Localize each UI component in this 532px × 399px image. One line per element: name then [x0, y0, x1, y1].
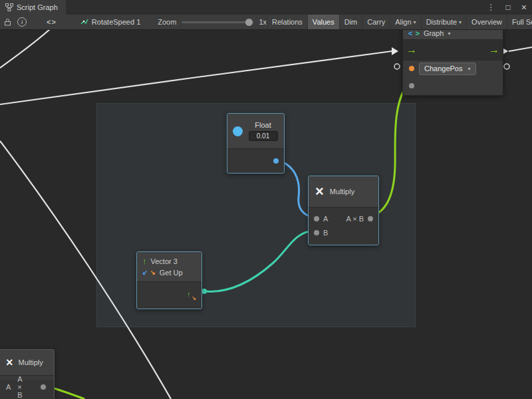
float-type-icon [233, 126, 243, 136]
vector3-value-icon: ↑ ↘ [186, 291, 195, 300]
changepos-dropdown-label: ChangePos [424, 65, 463, 72]
window-menu-icon[interactable]: ⋮ [482, 0, 501, 15]
node-get-up[interactable]: ↑ Vector 3 ↙ ↘ Get Up ↑ ↘ [136, 251, 202, 309]
graph-toolbar: i <> RotateSpeed 1 Zoom 1x Relations Val… [0, 15, 532, 30]
values-button[interactable]: Values [307, 15, 339, 29]
zoom-slider-handle[interactable] [245, 19, 253, 26]
graph-node-header[interactable]: < > Graph ▾ [403, 29, 503, 40]
chevron-down-icon: ▾ [414, 19, 416, 25]
getup-output-port[interactable] [201, 289, 207, 294]
changepos-dropdown[interactable]: ChangePos ▾ [419, 63, 476, 75]
wire-graph-output-offscreen[interactable] [509, 47, 532, 51]
chevron-down-icon: ▾ [448, 31, 450, 37]
wire-offscreen-to-graph-input[interactable] [0, 51, 392, 104]
info-icon[interactable]: i [17, 15, 27, 29]
chevron-down-icon: ▾ [468, 66, 471, 72]
down-left-arrow-icon: ↙ [142, 269, 148, 276]
changepos-input-port[interactable] [409, 66, 414, 71]
unconnected-port-left[interactable] [394, 64, 400, 69]
multiply-node-header[interactable]: × Multiply [309, 176, 378, 207]
unity-script-graph-window: Script Graph ⋮ □ × i <> RotateSpeed 1 Zo… [0, 0, 532, 399]
multiply2-node-title: Multiply [19, 358, 43, 366]
float-node-body [227, 149, 284, 173]
toolbar-buttons: Relations Values Dim Carry Align ▾ Distr… [267, 15, 532, 29]
node-graph-io[interactable]: < > Graph ▾ → → ChangePos ▾ [402, 29, 503, 96]
zoom-slider[interactable] [182, 21, 253, 23]
float-node-header[interactable]: Float 0.01 [227, 114, 284, 149]
graph-node-footer [403, 76, 503, 95]
breadcrumb-label: RotateSpeed 1 [92, 18, 140, 26]
multiply-node-body: A A × B B [309, 207, 378, 245]
float-output-port[interactable] [273, 158, 279, 164]
tab-title: Script Graph [17, 3, 58, 11]
close-icon[interactable]: × [516, 0, 532, 15]
multiply-row-b: B [309, 225, 378, 239]
down-right-arrow-icon: ↘ [150, 269, 155, 276]
multiply-input-b-label: B [323, 229, 328, 237]
multiply-node-title: Multiply [330, 188, 354, 196]
fullscreen-label: Full Screen [512, 18, 532, 26]
node-multiply-partial[interactable]: × Multiply A A × B [0, 349, 55, 399]
maximize-icon[interactable]: □ [501, 0, 516, 15]
unconnected-port-right[interactable] [504, 64, 509, 69]
fullscreen-button[interactable]: Full Screen [507, 15, 532, 29]
chevron-down-icon: ▾ [459, 19, 462, 25]
float-value-input[interactable]: 0.01 [249, 131, 278, 141]
code-view-icon[interactable]: <> [47, 15, 57, 29]
graph-canvas[interactable]: Float 0.01 × Multiply A A × B [0, 29, 532, 399]
dim-label: Dim [344, 18, 358, 26]
info-glyph: i [21, 19, 23, 25]
graph-asset-icon [80, 18, 88, 26]
float-node-title: Float [255, 121, 271, 129]
multiply-input-a-port[interactable] [314, 216, 319, 221]
multiply-output-label: A × B [346, 215, 364, 223]
overview-button[interactable]: Overview [466, 15, 507, 29]
up-arrow-icon: ↑ [142, 257, 147, 265]
node-multiply[interactable]: × Multiply A A × B B [308, 176, 379, 245]
node-float[interactable]: Float 0.01 [227, 113, 285, 174]
carry-button[interactable]: Carry [362, 15, 390, 29]
dim-button[interactable]: Dim [339, 15, 362, 29]
lock-icon[interactable] [4, 15, 11, 29]
tab-script-graph[interactable]: Script Graph [0, 0, 66, 15]
multiply-output-port[interactable] [368, 216, 373, 221]
multiply-icon: × [315, 184, 324, 199]
zoom-label: Zoom [158, 18, 176, 26]
align-label: Align [395, 18, 411, 26]
vs-chevron-right-icon: > [415, 29, 419, 37]
flow-output-arrow-icon[interactable]: → [489, 45, 499, 55]
multiply-input-b-port[interactable] [314, 230, 319, 235]
graph-flow-row: → → [403, 40, 503, 61]
multiply-input-a-label: A [323, 215, 328, 223]
getup-node-body: ↑ ↘ [137, 282, 201, 309]
relations-button[interactable]: Relations [267, 15, 307, 29]
carry-label: Carry [367, 18, 385, 26]
getup-node-title: Vector 3 [151, 257, 178, 265]
align-button[interactable]: Align ▾ [390, 15, 420, 29]
multiply2-input-a-label: A [6, 383, 11, 391]
distribute-label: Distribute [426, 18, 457, 26]
flow-input-arrow-icon[interactable]: → [406, 45, 417, 55]
zoom-value: 1x [259, 18, 267, 26]
relations-label: Relations [272, 18, 303, 26]
getup-node-header[interactable]: ↑ Vector 3 ↙ ↘ Get Up [137, 252, 201, 282]
values-label: Values [313, 18, 334, 26]
wire-offscreen-topleft[interactable] [0, 29, 50, 68]
overview-label: Overview [471, 18, 502, 26]
flow-arrowhead-left [392, 47, 398, 55]
vs-chevron-left-icon: < [408, 29, 412, 37]
multiply-icon: × [6, 356, 13, 368]
wire-getup-to-multiply-b[interactable] [204, 231, 313, 291]
title-bar: Script Graph ⋮ □ × [0, 0, 532, 15]
breadcrumb[interactable]: RotateSpeed 1 [80, 18, 140, 26]
multiply2-node-header[interactable]: × Multiply [0, 350, 54, 376]
getup-node-subtitle: Get Up [160, 269, 183, 277]
mini-up-arrow-icon: ↑ [187, 290, 191, 298]
multiply2-output-label: A × B [17, 375, 27, 399]
script-graph-icon [5, 3, 13, 11]
zoom-control: Zoom 1x [158, 18, 267, 26]
graph-extra-port[interactable] [409, 83, 414, 88]
distribute-button[interactable]: Distribute ▾ [421, 15, 466, 29]
multiply2-output-port[interactable] [41, 384, 46, 390]
graph-variable-row: ChangePos ▾ [403, 61, 503, 76]
